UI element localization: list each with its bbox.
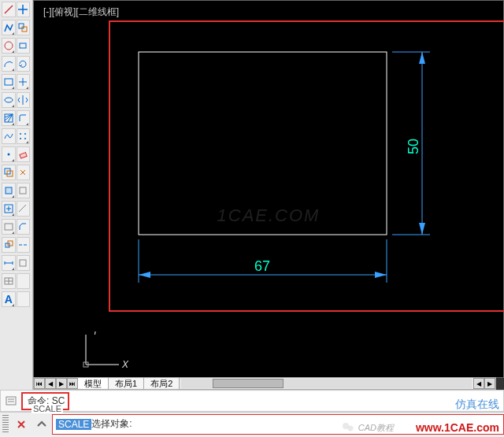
misc-tool-1[interactable] [17, 183, 31, 198]
cmd-history-icon[interactable] [4, 394, 18, 408]
cmd-options-icon[interactable] [35, 417, 49, 431]
hscroll-track[interactable] [181, 379, 472, 388]
offset-tool[interactable] [2, 165, 16, 180]
misc-tool-2[interactable] [17, 201, 31, 217]
svg-point-6 [5, 98, 13, 102]
tab-last-button[interactable]: ⏭ [67, 378, 78, 389]
dimension-width: 67 [254, 258, 270, 274]
point-tool[interactable] [2, 146, 16, 162]
tab-model[interactable]: 模型 [78, 378, 109, 389]
hatch-tool[interactable] [2, 110, 16, 126]
drawing-canvas: 67 50 [34, 1, 503, 377]
rotate-tool[interactable] [17, 56, 31, 72]
svg-rect-13 [20, 153, 27, 158]
line-tool[interactable] [2, 2, 16, 17]
svg-rect-5 [5, 79, 13, 85]
layout-tab-strip: ⏮ ◀ ▶ ⏭ 模型 布局1 布局2 ◀ ▶ [33, 377, 496, 390]
make-block-tool[interactable] [2, 201, 16, 217]
svg-rect-1 [19, 24, 24, 28]
prompt-command-highlight: SCALE [56, 419, 91, 430]
hscroll-thumb[interactable] [213, 379, 284, 388]
chamfer-tool[interactable] [17, 219, 31, 235]
branding-url: www.1CAE.com [416, 421, 499, 434]
svg-point-42 [348, 426, 354, 431]
svg-rect-2 [22, 27, 27, 31]
svg-point-11 [24, 138, 26, 139]
misc-tool-4[interactable] [17, 273, 31, 289]
svg-rect-22 [20, 260, 26, 266]
explode-tool[interactable] [17, 165, 31, 180]
text-tool[interactable]: A [2, 291, 16, 307]
prompt-tail-text: 选择对象: [91, 417, 132, 431]
branding-small: CAD教程 [358, 422, 394, 434]
tab-next-button[interactable]: ▶ [56, 378, 67, 389]
insert-block-tool[interactable] [2, 183, 16, 198]
wechat-icon [342, 421, 354, 434]
rectangle-tool[interactable] [2, 74, 16, 90]
hscroll-left-button[interactable]: ◀ [473, 378, 484, 389]
svg-marker-34 [419, 223, 425, 235]
ellipse-tool[interactable] [2, 92, 16, 108]
polyline-tool[interactable] [2, 20, 16, 35]
svg-point-9 [24, 133, 26, 135]
table-tool[interactable] [2, 273, 16, 289]
svg-marker-33 [419, 52, 425, 64]
svg-rect-19 [5, 224, 13, 230]
svg-point-12 [7, 154, 9, 156]
trim-tool[interactable] [17, 74, 31, 90]
command-drag-handle[interactable] [2, 415, 9, 434]
misc-tool-3[interactable] [17, 255, 31, 271]
svg-rect-4 [20, 43, 26, 48]
svg-rect-24 [139, 52, 387, 235]
arc-tool[interactable] [2, 56, 16, 72]
array-tool[interactable] [17, 128, 31, 144]
svg-point-10 [20, 138, 21, 139]
command-resolved-text: SCALE [32, 404, 63, 413]
svg-marker-28 [139, 272, 150, 278]
draw-modify-toolbar: A [0, 0, 33, 390]
svg-rect-17 [20, 187, 26, 194]
dimension-height: 50 [406, 139, 421, 154]
svg-rect-40 [6, 397, 16, 405]
tab-first-button[interactable]: ⏮ [34, 378, 45, 389]
erase-tool[interactable] [17, 146, 31, 162]
branding-name: 仿真在线 [455, 398, 499, 412]
region-tool[interactable] [2, 219, 16, 235]
svg-point-3 [5, 42, 13, 50]
circle-tool[interactable] [2, 38, 16, 54]
svg-marker-29 [375, 272, 387, 278]
command-history: 命令: SC [21, 391, 503, 410]
tab-layout1[interactable]: 布局1 [109, 378, 144, 389]
model-space-viewport[interactable]: [-][俯视][二维线框] 67 50 1CAE.COM X Y [33, 0, 504, 378]
svg-point-8 [20, 133, 21, 135]
distance-tool[interactable] [2, 255, 16, 271]
svg-line-0 [5, 6, 13, 13]
copy-tool[interactable] [17, 20, 31, 35]
tab-prev-button[interactable]: ◀ [45, 378, 56, 389]
break-tool[interactable] [17, 237, 31, 253]
mirror-tool[interactable] [17, 92, 31, 108]
svg-rect-16 [6, 187, 12, 194]
cmd-close-icon[interactable] [14, 417, 28, 431]
fillet-tool[interactable] [17, 110, 31, 126]
scale-tool[interactable] [2, 237, 16, 253]
hscroll-right-button[interactable]: ▶ [484, 378, 495, 389]
stretch-tool[interactable] [17, 38, 31, 54]
spline-tool[interactable] [2, 128, 16, 144]
misc-tool-5[interactable] [17, 291, 31, 307]
move-tool[interactable] [17, 2, 31, 17]
tab-layout2[interactable]: 布局2 [144, 378, 180, 389]
